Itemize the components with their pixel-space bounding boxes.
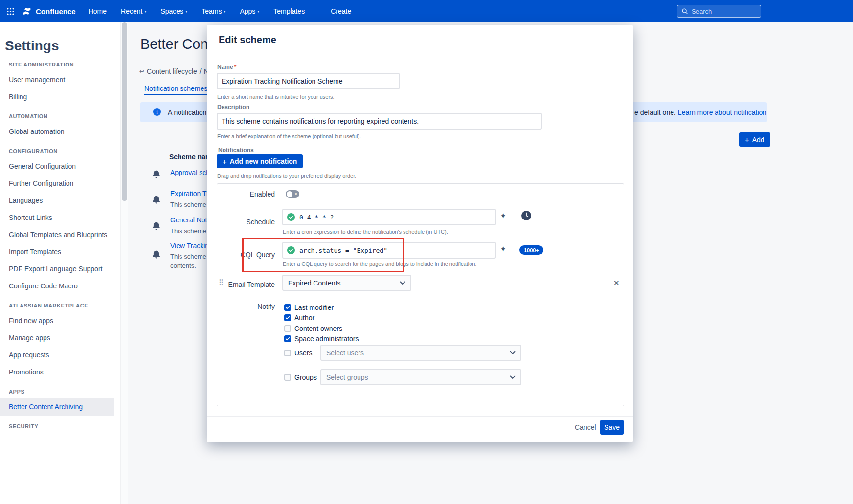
nav-item-label: Apps: [240, 7, 255, 15]
info-icon: i: [153, 108, 161, 116]
sidebar-item-configure-code-macro[interactable]: Configure Code Macro: [0, 278, 114, 295]
app-switcher-icon[interactable]: [6, 7, 15, 16]
sidebar-item-find-new-apps[interactable]: Find new apps: [0, 312, 114, 329]
generate-cql-icon[interactable]: ✦: [500, 244, 506, 254]
checkbox-users[interactable]: [284, 350, 291, 356]
create-button[interactable]: Create: [331, 7, 351, 15]
schedule-value: 0 4 * * ?: [299, 214, 334, 221]
scheme-description: This scheme c: [170, 201, 211, 208]
chevron-down-icon: [510, 375, 516, 379]
nav-item-teams[interactable]: Teams▾: [202, 7, 225, 15]
sidebar-item-pdf-export-language-support[interactable]: PDF Export Language Support: [0, 261, 114, 278]
sidebar-item-billing[interactable]: Billing: [0, 88, 114, 106]
valid-check-icon: [287, 246, 295, 254]
chevron-down-icon: ▾: [185, 9, 187, 14]
cql-query-input[interactable]: arch.status = "Expired": [282, 242, 496, 259]
users-select[interactable]: Select users: [320, 345, 521, 361]
notifications-label: Notifications: [218, 147, 254, 153]
confluence-logo[interactable]: Confluence: [22, 6, 76, 17]
sidebar-item-better-content-archiving[interactable]: Better Content Archiving: [0, 398, 114, 416]
name-help-text: Enter a short name that is intuitive for…: [217, 94, 335, 100]
checkbox-space-administrators[interactable]: [284, 335, 291, 342]
search-input[interactable]: [692, 8, 757, 15]
plus-icon: +: [223, 158, 227, 165]
checkbox-label-groups: Groups: [294, 373, 317, 381]
nav-item-spaces[interactable]: Spaces▾: [160, 7, 187, 15]
nav-item-recent[interactable]: Recent▾: [121, 7, 146, 15]
add-new-notification-button[interactable]: + Add new notification: [217, 154, 303, 168]
sidebar-item-app-requests[interactable]: App requests: [0, 347, 114, 364]
save-button[interactable]: Save: [600, 420, 624, 435]
scheme-description-line2: contents.: [170, 262, 196, 269]
nav-item-home[interactable]: Home: [89, 7, 107, 15]
enabled-toggle[interactable]: ✕: [286, 190, 299, 198]
checkbox-content-owners[interactable]: [284, 325, 291, 332]
sidebar-item-import-templates[interactable]: Import Templates: [0, 243, 114, 261]
scheme-link-view-tracking[interactable]: View Tracking: [170, 242, 213, 250]
schedule-input[interactable]: 0 4 * * ?: [282, 209, 496, 225]
add-scheme-button[interactable]: + Add: [739, 132, 770, 147]
checkbox-last-modifier[interactable]: [284, 304, 291, 311]
schedule-help-text: Enter a cron expression to define the no…: [283, 229, 448, 235]
groups-select[interactable]: Select groups: [320, 369, 521, 385]
plus-icon: +: [745, 136, 749, 143]
modal-header-divider: [207, 54, 633, 54]
edit-scheme-modal: Edit scheme Name* Enter a short name tha…: [207, 25, 633, 442]
sidebar-item-languages[interactable]: Languages: [0, 192, 114, 209]
checkbox-groups[interactable]: [284, 374, 291, 381]
search-box[interactable]: [677, 5, 761, 18]
chevron-down-icon: ▾: [144, 9, 146, 14]
generate-schedule-icon[interactable]: ✦: [500, 211, 506, 220]
cql-help-text: Enter a CQL query to search for the page…: [283, 261, 476, 267]
add-scheme-label: Add: [752, 136, 764, 144]
return-icon: ↩: [139, 68, 144, 75]
notification-scheme-icon: [151, 249, 161, 262]
description-help-text: Enter a brief explanation of the scheme …: [217, 133, 361, 139]
sidebar-item-general-configuration[interactable]: General Configuration: [0, 158, 114, 175]
notify-label: Notify: [217, 303, 275, 310]
sidebar-section-atlassian-marketplace: ATLASSIAN MARKETPLACE: [9, 303, 120, 308]
top-navigation-bar: Confluence Home Recent▾ Spaces▾ Teams▾ A…: [0, 0, 853, 22]
chevron-down-icon: ▾: [257, 9, 259, 14]
tab-notification-schemes[interactable]: Notification schemes: [144, 85, 207, 95]
breadcrumb-link-content-lifecycle[interactable]: Content lifecycle: [147, 67, 197, 75]
nav-item-label: Recent: [121, 7, 142, 15]
result-count-badge[interactable]: 1000+: [519, 245, 543, 255]
checkbox-author[interactable]: [284, 314, 291, 321]
sidebar-item-further-configuration[interactable]: Further Configuration: [0, 175, 114, 192]
cql-query-value: arch.status = "Expired": [299, 247, 387, 254]
schedule-label: Schedule: [217, 218, 275, 226]
confluence-logo-icon: [22, 6, 32, 17]
notification-scheme-icon: [151, 169, 161, 181]
sidebar-item-user-management[interactable]: User management: [0, 71, 114, 88]
scheme-link-approval[interactable]: Approval sch: [170, 169, 210, 176]
sidebar-section-security: SECURITY: [9, 423, 120, 429]
sidebar-item-manage-apps[interactable]: Manage apps: [0, 329, 114, 347]
toggle-knob: [287, 191, 292, 197]
email-template-select[interactable]: Expired Contents: [282, 275, 411, 291]
scheme-link-general-notification[interactable]: General Notif: [170, 216, 210, 224]
description-label: Description: [217, 104, 249, 110]
nav-menu: Home Recent▾ Spaces▾ Teams▾ Apps▾ Templa…: [89, 7, 351, 15]
sidebar-scrollbar[interactable]: [120, 22, 128, 504]
breadcrumb-separator: /: [200, 67, 202, 75]
cql-query-label: CQL Query: [217, 251, 275, 259]
nav-item-templates[interactable]: Templates: [273, 7, 305, 15]
sidebar-item-global-templates-and-blueprints[interactable]: Global Templates and Blueprints: [0, 226, 114, 243]
scrollbar-thumb[interactable]: [122, 22, 127, 201]
users-select-placeholder: Select users: [326, 349, 364, 357]
learn-more-link[interactable]: Learn more about notification scher: [678, 109, 767, 116]
nav-item-apps[interactable]: Apps▾: [240, 7, 259, 15]
checkbox-label-space-administrators: Space administrators: [294, 335, 359, 343]
sidebar-item-shortcut-links[interactable]: Shortcut Links: [0, 209, 114, 226]
checkbox-label-author: Author: [294, 314, 314, 322]
sidebar-item-global-automation[interactable]: Global automation: [0, 123, 114, 140]
schedule-clock-icon[interactable]: [521, 211, 531, 220]
description-input[interactable]: [217, 113, 542, 130]
sidebar-item-promotions[interactable]: Promotions: [0, 364, 114, 381]
chevron-down-icon: [510, 351, 516, 355]
name-input[interactable]: [217, 73, 400, 89]
cancel-button[interactable]: Cancel: [575, 423, 596, 431]
remove-notification-icon[interactable]: ✕: [613, 279, 620, 287]
notification-card: ⣿ Enabled ✕ Schedule 0 4 * * ? ✦ Enter a…: [217, 183, 624, 406]
